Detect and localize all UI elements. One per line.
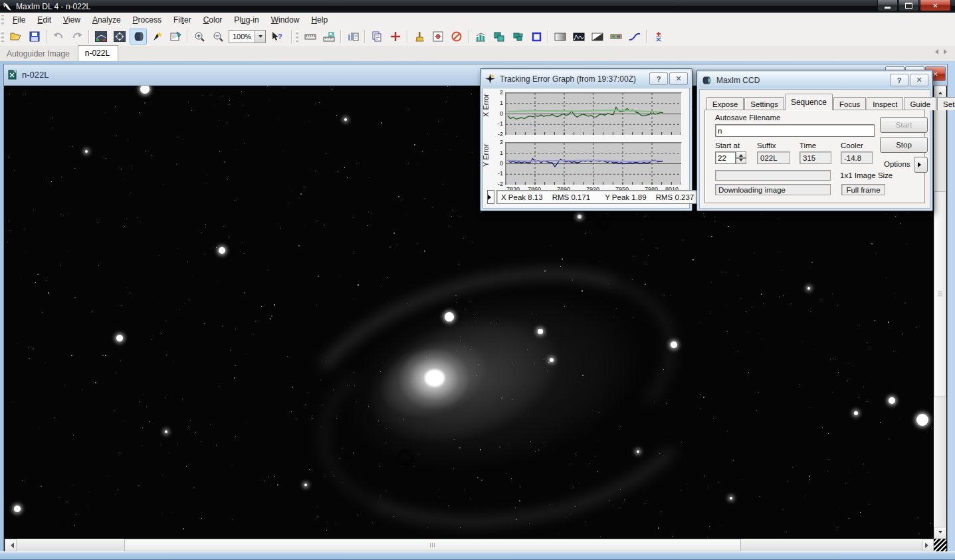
toolbar-grip-2[interactable] <box>296 31 298 42</box>
noise-star <box>122 305 122 306</box>
close-button[interactable]: ✕ <box>920 0 951 11</box>
noise-star <box>515 507 516 508</box>
horizontal-scroll-thumb[interactable] <box>124 539 741 551</box>
frame-box-icon[interactable] <box>528 29 545 45</box>
expand-log-button[interactable] <box>487 190 494 204</box>
tab-inspect[interactable]: Inspect <box>867 97 903 110</box>
noise-star <box>646 264 647 264</box>
tab-settings[interactable]: Settings <box>744 97 784 110</box>
tab-n-022l[interactable]: n-022L <box>78 45 118 61</box>
noise-star <box>502 397 503 398</box>
noise-star <box>25 229 25 229</box>
noise-star <box>82 389 83 391</box>
start-at-input[interactable] <box>715 151 736 164</box>
help-button[interactable]: ? <box>890 74 908 86</box>
noise-star <box>58 497 59 498</box>
toolbar-grip[interactable] <box>1 31 4 42</box>
curves-icon[interactable] <box>626 29 643 45</box>
night-vision-icon[interactable] <box>148 29 165 45</box>
menu-file[interactable]: File <box>7 13 31 27</box>
y-error-plot <box>505 142 682 185</box>
autosave-filename-input[interactable] <box>715 124 875 137</box>
screen-stretch-icon[interactable] <box>92 29 110 45</box>
noise-star <box>738 275 738 276</box>
menu-process[interactable]: Process <box>127 13 167 27</box>
vertical-scroll-thumb[interactable] <box>934 191 946 397</box>
zoom-level-select[interactable]: 100% <box>229 30 266 43</box>
menu-plugin[interactable]: Plug-in <box>228 13 265 27</box>
horizontal-scrollbar[interactable] <box>5 539 934 551</box>
pixel-info-icon[interactable] <box>320 29 338 45</box>
tracking-window-titlebar[interactable]: Tracking Error Graph (from 19:37:00Z) ? … <box>482 70 690 87</box>
graph-window-icon[interactable] <box>344 29 362 45</box>
gamma-box-icon[interactable] <box>589 29 606 45</box>
tab-sequence[interactable]: Sequence <box>785 94 833 110</box>
calibration-icon[interactable] <box>650 29 667 45</box>
close-button[interactable]: ✕ <box>910 74 928 86</box>
close-button[interactable]: ✕ <box>669 72 688 85</box>
undo-icon[interactable] <box>50 29 67 45</box>
maximize-button[interactable] <box>899 0 919 11</box>
tab-expose[interactable]: Expose <box>706 97 744 110</box>
menu-analyze[interactable]: Analyze <box>86 13 127 27</box>
tab-setup[interactable]: Setup <box>937 97 955 110</box>
crosshairs-toggle-icon[interactable] <box>387 29 404 45</box>
menubar: File Edit View Analyze Process Filter Co… <box>0 13 955 28</box>
tab-guide[interactable]: Guide <box>904 97 936 110</box>
minimize-button[interactable] <box>877 0 898 11</box>
noise-star <box>354 385 355 386</box>
spin-down-icon[interactable] <box>736 158 746 165</box>
scroll-left-button[interactable] <box>5 539 17 551</box>
options-button[interactable] <box>914 157 928 173</box>
vertical-scrollbar[interactable] <box>934 86 946 539</box>
clean-icon[interactable] <box>411 29 428 45</box>
menu-window[interactable]: Window <box>265 13 306 27</box>
redo-icon[interactable] <box>68 29 86 45</box>
bar-chart-icon[interactable] <box>472 29 489 45</box>
noise-star <box>56 420 56 421</box>
color-bar-icon[interactable] <box>607 29 625 45</box>
measure-icon[interactable] <box>302 29 319 45</box>
open-file-icon[interactable] <box>7 29 25 45</box>
tab-autoguider-image[interactable]: Autoguider Image <box>0 47 78 61</box>
zoom-dropdown-icon[interactable] <box>255 31 265 43</box>
stop-button[interactable]: Stop <box>880 137 928 153</box>
histogram-box-icon[interactable] <box>570 29 587 45</box>
help-button[interactable]: ? <box>649 72 668 85</box>
crosshair-icon[interactable] <box>111 29 128 45</box>
zoom-out-icon[interactable] <box>209 29 227 45</box>
noise-star <box>95 382 96 383</box>
ccd-window-titlebar[interactable]: MaxIm CCD ? ✕ <box>698 72 931 88</box>
zoom-in-icon[interactable] <box>191 29 208 45</box>
menu-view[interactable]: View <box>57 13 86 27</box>
save-icon[interactable] <box>26 29 43 45</box>
disable-calibration-icon[interactable] <box>448 29 465 45</box>
noise-star <box>787 481 788 482</box>
copy-icon[interactable] <box>368 29 385 45</box>
tab-scroll-right-icon[interactable] <box>944 49 950 54</box>
resize-grip[interactable] <box>934 539 946 551</box>
menubar-grip[interactable] <box>1 15 4 25</box>
star <box>445 312 454 322</box>
scroll-down-button[interactable] <box>934 527 946 539</box>
tile-windows-icon[interactable] <box>490 29 508 45</box>
start-button[interactable]: Start <box>880 117 928 133</box>
menu-color[interactable]: Color <box>197 13 229 27</box>
menu-edit[interactable]: Edit <box>31 13 57 27</box>
scroll-up-button[interactable] <box>934 86 946 98</box>
spin-up-icon[interactable] <box>736 151 746 158</box>
gradient-box-icon[interactable] <box>552 29 569 45</box>
tab-focus[interactable]: Focus <box>833 97 866 110</box>
camera-control-icon[interactable] <box>167 29 184 45</box>
dither-icon[interactable] <box>429 29 447 45</box>
start-at-spinner[interactable] <box>736 151 746 164</box>
tab-scroll-left-icon[interactable] <box>932 49 938 54</box>
menu-help[interactable]: Help <box>305 13 334 27</box>
context-help-icon[interactable]: ? <box>268 29 285 45</box>
stretch-window-icon[interactable] <box>130 29 147 45</box>
noise-star <box>162 475 163 476</box>
scroll-right-button[interactable] <box>922 539 934 551</box>
menu-filter[interactable]: Filter <box>167 13 197 27</box>
noise-star <box>620 426 621 426</box>
cascade-windows-icon[interactable] <box>509 29 526 45</box>
